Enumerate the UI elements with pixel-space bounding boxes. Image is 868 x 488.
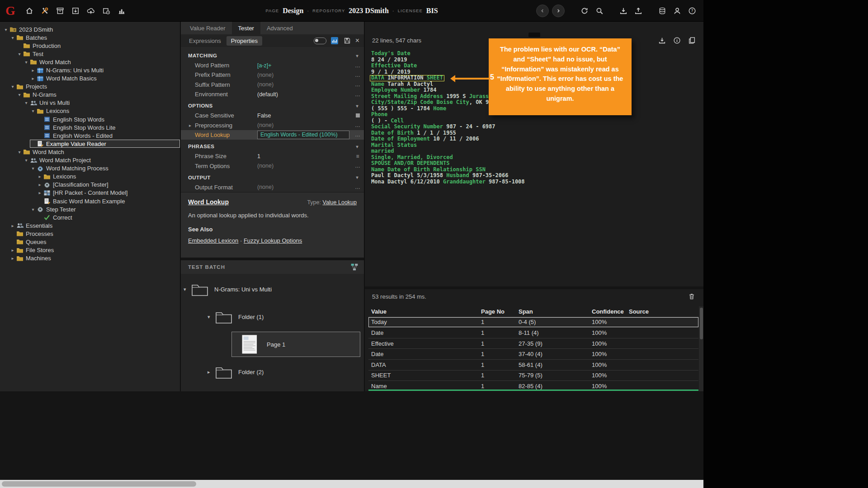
property-row-environment[interactable]: Environment(default)…	[181, 89, 364, 99]
compare-icon[interactable]	[687, 36, 696, 45]
repository-value[interactable]: 2023 DSmith	[349, 7, 388, 15]
property-editor-button[interactable]: …	[351, 91, 364, 98]
download-icon[interactable]	[618, 5, 629, 17]
chevron-down-icon[interactable]: ▾	[30, 166, 36, 171]
tools-icon[interactable]	[39, 5, 51, 17]
tree-item[interactable]: ▾Word Match	[16, 148, 180, 156]
horizontal-scrollbar[interactable]	[0, 480, 703, 488]
chevron-down-icon[interactable]: ▾	[9, 35, 16, 40]
tree-item[interactable]: Production	[16, 42, 180, 50]
tree-item[interactable]: ▸N-Grams: Uni vs Multi	[30, 66, 180, 74]
chart-view-icon[interactable]	[330, 36, 339, 45]
property-value[interactable]: (none)	[257, 122, 351, 128]
section-header-options[interactable]: OPTIONS▾	[181, 101, 364, 111]
package-icon[interactable]	[100, 5, 112, 17]
section-header-phrases[interactable]: PHRASES▾	[181, 141, 364, 151]
cloud-upload-icon[interactable]	[85, 5, 97, 17]
property-row-phrase-size[interactable]: Phrase Size1≡	[181, 151, 364, 161]
structure-icon[interactable]	[350, 263, 359, 271]
view-toggle[interactable]	[314, 38, 326, 44]
tree-item[interactable]: English Stop Words	[37, 115, 180, 123]
results-row[interactable]: SHEET175-79 (5)100%	[368, 371, 698, 381]
chevron-down-icon[interactable]: ▾	[16, 150, 23, 155]
close-icon[interactable]: ×	[355, 37, 359, 44]
test-batch-item[interactable]: ▸Folder (2)	[208, 358, 364, 386]
results-row[interactable]: Effective127-35 (9)100%	[368, 338, 698, 349]
tab-properties[interactable]: Properties	[226, 36, 262, 46]
chevron-down-icon[interactable]: ▾	[208, 314, 215, 320]
property-row-output-format[interactable]: Output Format(none)…	[181, 183, 364, 192]
tree-item[interactable]: ▾Word Match Project	[23, 156, 180, 164]
tree-item[interactable]: ▾Batches	[9, 33, 180, 42]
property-value[interactable]: (none)	[257, 72, 351, 78]
property-value[interactable]: (default)	[257, 91, 351, 98]
tree-item[interactable]: Processes	[9, 230, 180, 238]
tab-value-reader[interactable]: Value Reader	[184, 22, 232, 34]
licensee-value[interactable]: BIS	[426, 7, 438, 15]
fuzzy-lookup-options-link[interactable]: Fuzzy Lookup Options	[244, 237, 302, 244]
chevron-right-icon[interactable]: ▸	[37, 174, 43, 179]
tree-item[interactable]: ▸Machines	[9, 254, 180, 263]
chevron-right-icon[interactable]: ▸	[30, 76, 36, 81]
tree-item[interactable]: ▾Lexicons	[30, 107, 180, 115]
tab-tester[interactable]: Tester	[232, 22, 260, 34]
type-value-link[interactable]: Value Lookup	[322, 199, 357, 206]
section-header-matching[interactable]: MATCHING▾	[181, 51, 364, 61]
forward-icon[interactable]	[552, 5, 565, 17]
tree-item[interactable]: ▸File Stores	[9, 246, 180, 254]
search-icon[interactable]	[594, 5, 605, 17]
chevron-right-icon[interactable]: ▸	[9, 223, 16, 228]
property-value[interactable]: (none)	[257, 163, 351, 169]
tab-advanced[interactable]: Advanced	[260, 22, 299, 34]
tab-expressions[interactable]: Expressions	[184, 36, 226, 46]
property-editor-button[interactable]: …	[351, 131, 364, 138]
chevron-down-icon[interactable]: ▾	[16, 52, 23, 56]
chevron-down-icon[interactable]: ▾	[356, 53, 359, 58]
database-icon[interactable]	[656, 5, 668, 17]
property-value[interactable]: 1	[257, 153, 351, 160]
property-value[interactable]: [a-z]+	[257, 62, 351, 69]
results-scrollbar[interactable]	[699, 306, 703, 391]
info-icon[interactable]	[672, 36, 681, 45]
upload-icon[interactable]	[632, 5, 644, 17]
property-row-preprocessing[interactable]: ▸Preprocessing(none)…	[181, 120, 364, 130]
tree-item[interactable]: ▾Step Tester	[30, 205, 180, 213]
back-icon[interactable]	[536, 5, 549, 17]
results-row[interactable]: Today10-4 (5)100%	[368, 317, 698, 328]
chevron-right-icon[interactable]: ▸	[9, 256, 16, 261]
test-batch-item-selected[interactable]: Page 1	[231, 332, 360, 357]
chevron-down-icon[interactable]: ▾	[184, 286, 191, 292]
save-icon[interactable]	[343, 36, 352, 45]
chevron-down-icon[interactable]: ▾	[30, 108, 36, 113]
chevron-down-icon[interactable]: ▾	[23, 60, 29, 65]
property-editor-button[interactable]: …	[351, 72, 364, 78]
chevron-down-icon[interactable]: ▾	[3, 27, 9, 32]
tree-item[interactable]: ▸Lexicons	[37, 173, 180, 181]
test-batch-item[interactable]: ▾N-Grams: Uni vs Multi	[184, 276, 364, 303]
property-value[interactable]: English Words - Edited (100%)	[257, 131, 349, 139]
chevron-down-icon[interactable]: ▾	[356, 144, 359, 149]
scrollbar-thumb[interactable]	[2, 481, 196, 487]
tree-item[interactable]: English Stop Words Lite	[37, 123, 180, 131]
property-value[interactable]: False	[257, 113, 351, 119]
chevron-down-icon[interactable]: ▾	[23, 100, 29, 105]
property-editor-button[interactable]: …	[351, 122, 364, 128]
chevron-right-icon[interactable]: ▸	[30, 68, 36, 73]
help-icon[interactable]: ?	[686, 5, 698, 17]
results-row[interactable]: Date18-11 (4)100%	[368, 328, 698, 338]
property-row-word-lookup[interactable]: Word LookupEnglish Words - Edited (100%)…	[181, 130, 364, 140]
tree-item[interactable]: ▸Word Match Basics	[30, 75, 180, 83]
download-icon[interactable]	[657, 36, 666, 45]
chevron-down-icon[interactable]: ▾	[356, 103, 359, 108]
tree-item[interactable]: ▾Projects	[9, 83, 180, 91]
embedded-lexicon-link[interactable]: Embedded Lexicon	[188, 237, 238, 244]
chevron-right-icon[interactable]: ▸	[208, 369, 215, 375]
property-value[interactable]: (none)	[257, 184, 351, 190]
inbox-icon[interactable]	[70, 5, 81, 17]
property-editor-button[interactable]: …	[351, 163, 364, 169]
chevron-right-icon[interactable]: ▸	[37, 182, 43, 187]
property-row-word-pattern[interactable]: Word Pattern[a-z]+…	[181, 61, 364, 70]
property-row-prefix-pattern[interactable]: Prefix Pattern(none)…	[181, 70, 364, 80]
tree-item[interactable]: ▾Test	[16, 50, 180, 58]
chevron-right-icon[interactable]: ▸	[189, 123, 195, 128]
